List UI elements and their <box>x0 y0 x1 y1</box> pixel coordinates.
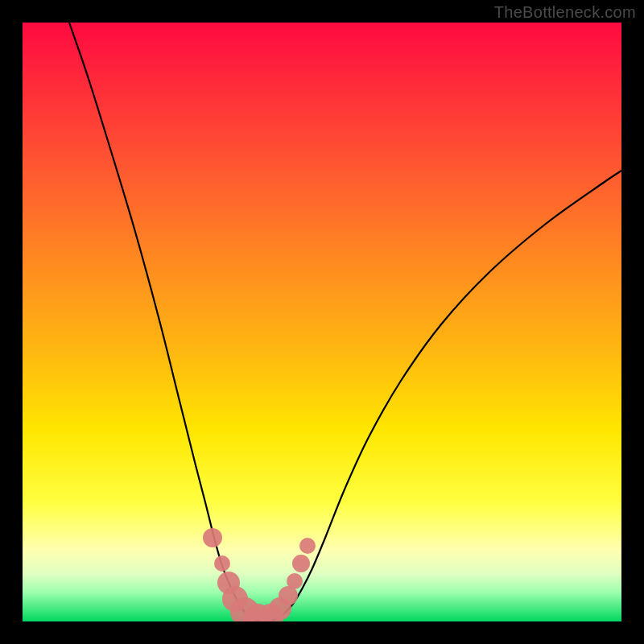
highlight-dot <box>287 573 303 589</box>
chart-plot-area <box>23 23 621 621</box>
highlight-dot <box>203 528 222 547</box>
highlight-dots-group <box>203 528 316 621</box>
chart-svg <box>23 23 621 621</box>
outer-black-frame: TheBottleneck.com <box>0 0 644 644</box>
watermark-text: TheBottleneck.com <box>494 3 636 22</box>
bottleneck-curve <box>69 23 621 621</box>
highlight-dot <box>214 555 230 572</box>
highlight-dot <box>292 555 310 572</box>
highlight-dot <box>299 538 316 554</box>
